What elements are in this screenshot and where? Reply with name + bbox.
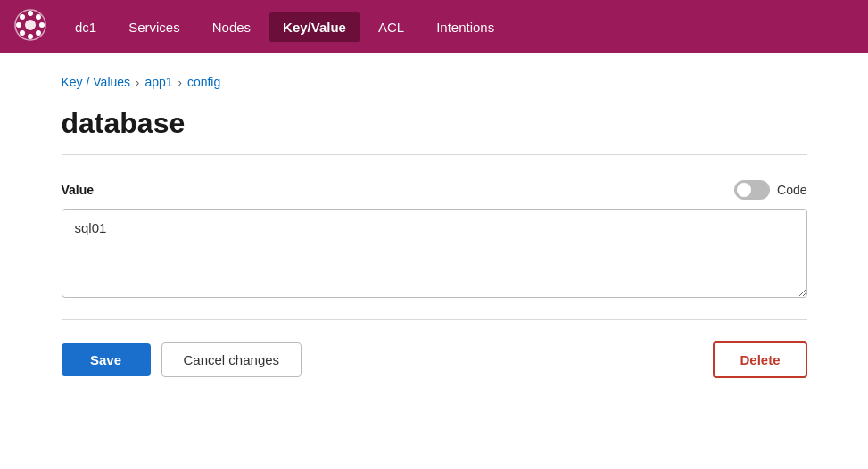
svg-point-7 xyxy=(36,30,41,36)
svg-point-4 xyxy=(16,22,21,28)
svg-point-1 xyxy=(25,20,36,30)
svg-point-3 xyxy=(28,34,33,39)
bottom-divider xyxy=(62,319,807,320)
svg-point-2 xyxy=(28,11,33,16)
code-toggle-row: Code xyxy=(734,180,806,200)
main-content: Key / Values › app1 › config database Va… xyxy=(33,53,836,414)
nav-services[interactable]: Services xyxy=(114,12,194,42)
code-toggle[interactable] xyxy=(734,180,770,200)
breadcrumb-keyvalues[interactable]: Key / Values xyxy=(62,75,131,89)
value-label: Value xyxy=(62,183,95,197)
toggle-track xyxy=(734,180,770,200)
breadcrumb-sep-1: › xyxy=(136,76,139,89)
value-label-row: Value Code xyxy=(62,180,807,200)
svg-point-8 xyxy=(36,14,41,20)
delete-button[interactable]: Delete xyxy=(713,341,806,378)
nav-acl[interactable]: ACL xyxy=(364,12,418,42)
svg-point-6 xyxy=(20,14,25,20)
actions-row: Save Cancel changes Delete xyxy=(62,341,807,378)
value-textarea[interactable]: sql01 xyxy=(62,209,807,298)
breadcrumb: Key / Values › app1 › config xyxy=(62,75,807,89)
title-divider xyxy=(62,154,807,155)
toggle-thumb xyxy=(737,183,751,197)
top-nav: dc1 Services Nodes Key/Value ACL Intenti… xyxy=(0,0,868,53)
save-button[interactable]: Save xyxy=(62,343,151,376)
svg-point-5 xyxy=(39,22,45,28)
svg-point-9 xyxy=(20,30,25,36)
nav-keyvalue[interactable]: Key/Value xyxy=(269,12,360,42)
breadcrumb-config[interactable]: config xyxy=(187,75,220,89)
breadcrumb-sep-2: › xyxy=(178,76,182,89)
nav-nodes[interactable]: Nodes xyxy=(198,12,265,42)
cancel-button[interactable]: Cancel changes xyxy=(161,342,302,377)
code-label: Code xyxy=(777,183,806,197)
nav-dc[interactable]: dc1 xyxy=(61,12,111,42)
logo xyxy=(14,9,57,45)
breadcrumb-app1[interactable]: app1 xyxy=(145,75,172,89)
nav-intentions[interactable]: Intentions xyxy=(422,12,508,42)
page-title: database xyxy=(62,107,807,140)
